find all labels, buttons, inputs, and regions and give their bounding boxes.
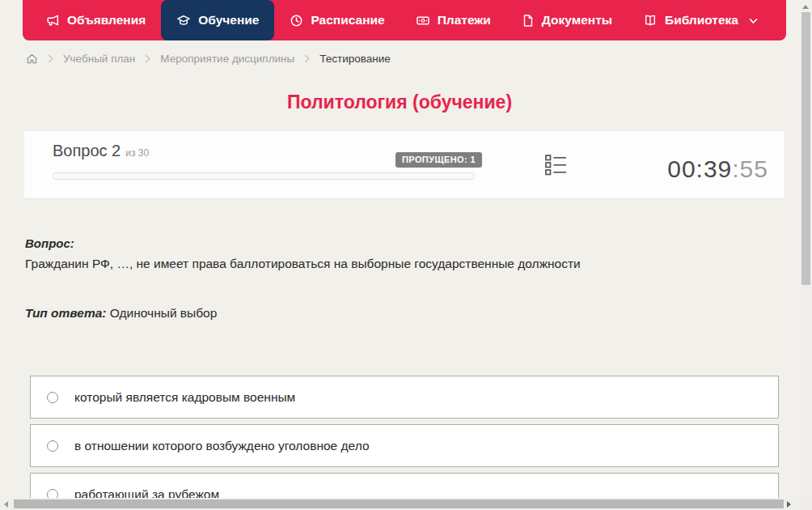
horizontal-scrollbar[interactable] xyxy=(0,498,799,510)
scroll-up-arrow-icon[interactable] xyxy=(802,5,809,9)
scroll-left-arrow-icon[interactable] xyxy=(4,501,8,508)
megaphone-icon xyxy=(46,14,60,28)
chevron-right-icon xyxy=(145,54,150,63)
page-title: Политология (обучение) xyxy=(0,91,799,113)
breadcrumb-curriculum[interactable]: Учебный план xyxy=(63,53,135,65)
nav-item-library[interactable]: Библиотека xyxy=(628,0,773,40)
nav-item-label: Платежи xyxy=(438,13,491,28)
graduation-cap-icon xyxy=(176,14,191,28)
nav-item-label: Обучение xyxy=(198,13,259,28)
answer-option-2[interactable]: в отношении которого возбуждено уголовно… xyxy=(30,424,779,467)
answer-option-1[interactable]: который является кадровым военным xyxy=(30,376,779,419)
clock-icon xyxy=(290,14,303,28)
home-icon[interactable] xyxy=(26,53,38,65)
chevron-down-icon xyxy=(749,18,758,24)
scroll-right-arrow-icon[interactable] xyxy=(787,501,791,508)
chevron-right-icon xyxy=(304,54,310,63)
answer-type: Тип ответа: Одиночный выбор xyxy=(25,306,217,321)
scrollbar-corner xyxy=(799,498,812,510)
book-icon xyxy=(643,14,658,28)
question-counter: Вопрос 2из 30 xyxy=(53,142,149,160)
question-text: Гражданин РФ, …, не имеет права баллотир… xyxy=(25,257,753,271)
nav-item-label: Библиотека xyxy=(665,13,738,28)
radio-button[interactable] xyxy=(47,392,58,403)
question-number: Вопрос 2 xyxy=(53,142,121,159)
chevron-right-icon xyxy=(48,54,53,63)
answer-type-value: Одиночный выбор xyxy=(110,306,218,320)
nav-item-label: Расписание xyxy=(311,13,384,28)
breadcrumb-discipline-event[interactable]: Мероприятие дисциплины xyxy=(160,53,294,65)
nav-item-schedule[interactable]: Расписание xyxy=(274,0,400,40)
answer-option-label: в отношении которого возбуждено уголовно… xyxy=(74,439,370,453)
nav-item-learning[interactable]: Обучение xyxy=(161,0,274,40)
timer-seconds: :55 xyxy=(732,155,768,182)
question-total: из 30 xyxy=(125,147,149,159)
breadcrumb-testing: Тестирование xyxy=(319,53,391,65)
vertical-scrollbar[interactable] xyxy=(799,0,812,510)
answer-option-label: который является кадровым военным xyxy=(74,390,295,405)
nav-item-label: Объявления xyxy=(67,13,146,28)
nav-item-payments[interactable]: Платежи xyxy=(400,0,506,40)
vertical-scrollbar-thumb[interactable] xyxy=(801,12,810,285)
question-heading: Вопрос: xyxy=(25,236,74,250)
main-nav: Объявления Обучение Расписание Платежи Д… xyxy=(23,0,786,40)
horizontal-scrollbar-thumb[interactable] xyxy=(14,499,784,508)
nav-item-announcements[interactable]: Объявления xyxy=(31,0,161,40)
skipped-badge: ПРОПУЩЕНО: 1 xyxy=(395,152,482,168)
banknote-icon xyxy=(416,14,430,28)
nav-item-documents[interactable]: Документы xyxy=(506,0,628,40)
quiz-header-card: Вопрос 2из 30 ПРОПУЩЕНО: 1 00:39:55 xyxy=(24,131,785,198)
breadcrumb: Учебный план Мероприятие дисциплины Тест… xyxy=(26,50,391,66)
list-icon xyxy=(545,154,567,179)
answer-type-label: Тип ответа: xyxy=(25,306,107,320)
document-icon xyxy=(522,14,535,28)
question-list-button[interactable] xyxy=(543,154,568,178)
radio-button[interactable] xyxy=(47,440,58,452)
nav-item-label: Документы xyxy=(542,13,612,28)
progress-bar xyxy=(53,172,475,180)
timer-main: 00:39 xyxy=(667,155,732,182)
timer: 00:39:55 xyxy=(667,155,768,183)
